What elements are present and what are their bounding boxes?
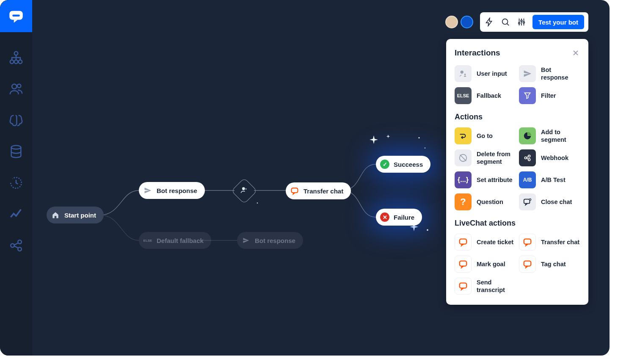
app-logo[interactable] [0, 0, 32, 32]
panel-item-question[interactable]: ? Question [455, 193, 516, 210]
livechat-icon [519, 256, 536, 273]
svg-point-10 [18, 240, 22, 244]
nav-analytics-icon[interactable] [8, 206, 25, 223]
svg-point-16 [419, 137, 420, 138]
panel-item-fallback[interactable]: ELSE Fallback [455, 87, 516, 104]
flow-node-fallback[interactable]: ELSE Default fallback [139, 232, 211, 249]
svg-point-23 [461, 71, 464, 74]
node-label: Succeess [394, 161, 423, 168]
delete-segment-icon [455, 149, 472, 166]
item-label: Bot response [541, 66, 580, 81]
panel-item-add-segment[interactable]: Add to segment [519, 127, 580, 144]
item-label: User input [477, 70, 507, 77]
goto-icon [455, 127, 472, 144]
item-label: Send transcript [477, 279, 516, 294]
sparkle-dot [424, 147, 426, 149]
nav-users-icon[interactable] [8, 80, 25, 97]
flow-node-transfer-chat[interactable]: Transfer chat [286, 182, 351, 199]
nav-tree-icon[interactable] [8, 49, 25, 66]
panel-item-bot-response[interactable]: Bot response [519, 65, 580, 82]
check-circle-icon: ✓ [380, 160, 389, 169]
panel-item-close-chat[interactable]: Close chat [519, 193, 580, 210]
livechat-icon [455, 278, 472, 295]
item-label: Add to segment [541, 128, 580, 143]
panel-item-send-transcript[interactable]: Send transcript [455, 278, 516, 295]
node-label: Default fallback [157, 237, 204, 244]
send-icon [519, 65, 536, 82]
node-label: Transfer chat [303, 188, 343, 195]
filter-icon [519, 87, 536, 104]
svg-point-17 [425, 147, 425, 148]
svg-point-11 [18, 247, 22, 251]
sparkle-dot [418, 137, 420, 140]
user-check-icon [240, 186, 248, 196]
svg-rect-35 [460, 283, 467, 288]
sparkle-icon [369, 135, 379, 147]
webhook-icon [519, 149, 536, 166]
svg-point-7 [17, 84, 21, 88]
panel-item-delete-segment[interactable]: Delete from segment [455, 149, 516, 166]
nav-brain-icon[interactable] [8, 112, 25, 129]
flow-node-start[interactable]: Start point [47, 207, 104, 223]
item-label: Delete from segment [477, 150, 516, 165]
svg-point-24 [464, 74, 466, 75]
user-input-icon [455, 65, 472, 82]
question-icon: ? [455, 193, 472, 210]
close-chat-icon [519, 193, 536, 210]
item-label: Question [477, 198, 503, 206]
svg-point-21 [246, 188, 247, 190]
svg-point-9 [11, 244, 14, 248]
ab-test-icon: A/B [519, 171, 536, 188]
chat-icon [290, 186, 299, 196]
panel-item-goto[interactable]: Go to [455, 127, 516, 144]
panel-item-transfer-chat[interactable]: Transfer chat [519, 234, 580, 251]
panel-item-set-attribute[interactable]: {...} Set attribute [455, 171, 516, 188]
svg-rect-34 [524, 261, 531, 266]
svg-rect-31 [460, 239, 467, 244]
close-icon[interactable] [571, 49, 580, 57]
nav-integrations-icon[interactable] [8, 237, 25, 254]
pie-icon [519, 127, 536, 144]
node-label: Bot response [255, 237, 295, 244]
send-icon [143, 186, 152, 195]
interactions-panel: Interactions User input Bot response ELS… [446, 39, 588, 305]
sparkle-icon [386, 135, 391, 140]
sparkle-dot [257, 202, 259, 204]
svg-point-20 [242, 187, 245, 190]
panel-item-mark-goal[interactable]: Mark goal [455, 256, 516, 273]
svg-point-2 [14, 52, 18, 55]
item-label: Webhook [541, 154, 568, 162]
item-label: Set attribute [477, 176, 513, 184]
panel-item-filter[interactable]: Filter [519, 87, 580, 104]
else-icon: ELSE [455, 87, 472, 104]
panel-item-tag-chat[interactable]: Tag chat [519, 256, 580, 273]
panel-item-webhook[interactable]: Webhook [519, 149, 580, 166]
flow-node-failure[interactable]: ✕ Failure [376, 209, 422, 226]
flow-node-condition[interactable] [235, 182, 254, 200]
svg-rect-32 [524, 239, 531, 244]
item-label: Tag chat [541, 260, 566, 268]
panel-item-create-ticket[interactable]: Create ticket [455, 234, 516, 251]
nav-history-icon[interactable] [8, 174, 25, 191]
sidebar [0, 0, 32, 356]
node-label: Failure [394, 214, 414, 221]
item-label: Mark goal [477, 260, 505, 268]
section-livechat-title: LiveChat actions [455, 219, 580, 228]
nav-database-icon[interactable] [8, 143, 25, 160]
item-label: Create ticket [477, 238, 513, 246]
braces-icon: {...} [455, 171, 472, 188]
send-icon [241, 236, 251, 245]
svg-point-4 [14, 60, 18, 64]
panel-title: Interactions [455, 48, 500, 58]
svg-point-3 [10, 60, 14, 64]
flow-node-success[interactable]: ✓ Succeess [376, 156, 430, 173]
flow-node-bot-response-dim[interactable]: Bot response [237, 232, 303, 249]
panel-item-user-input[interactable]: User input [455, 65, 516, 82]
item-label: Close chat [541, 198, 572, 206]
panel-item-ab-test[interactable]: A/B A/B Test [519, 171, 580, 188]
svg-rect-29 [524, 199, 530, 204]
svg-point-8 [11, 146, 21, 149]
flow-node-bot-response[interactable]: Bot response [139, 182, 205, 199]
item-label: Filter [541, 92, 556, 99]
item-label: A/B Test [541, 176, 566, 184]
